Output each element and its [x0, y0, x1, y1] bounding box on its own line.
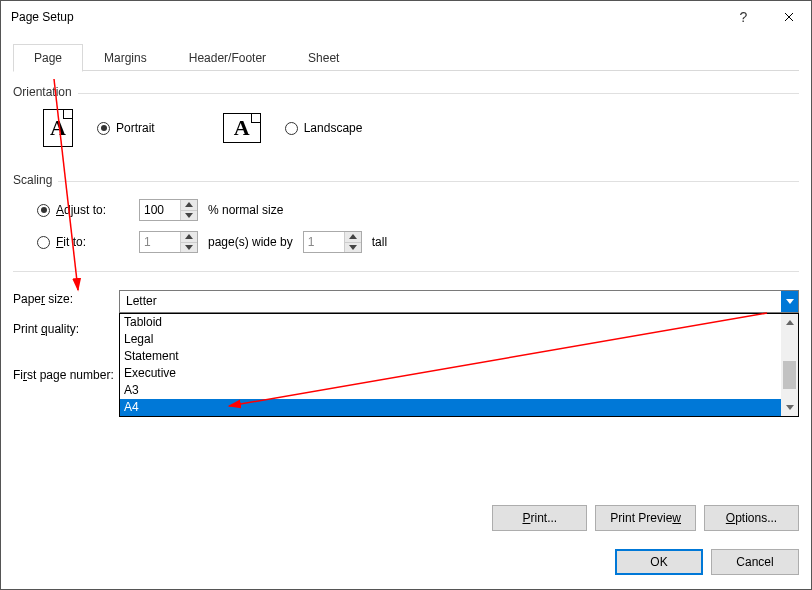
adjust-percent-input[interactable] — [140, 200, 180, 220]
fit-mid-label: page(s) wide by — [208, 235, 293, 249]
dialog-title: Page Setup — [11, 10, 721, 24]
first-page-label: First page number: — [13, 368, 114, 382]
paper-size-combo[interactable]: Letter — [119, 290, 799, 313]
radio-icon — [37, 236, 50, 249]
scroll-down-icon[interactable] — [781, 399, 798, 416]
tab-header-footer[interactable]: Header/Footer — [168, 44, 287, 72]
dropdown-option-selected[interactable]: A4 — [120, 399, 781, 416]
tab-strip: Page Margins Header/Footer Sheet — [13, 43, 799, 71]
portrait-icon: A — [43, 109, 73, 147]
paper-size-value: Letter — [120, 291, 781, 312]
adjust-percent-spinner[interactable] — [139, 199, 198, 221]
fit-to-radio[interactable]: Fit to: — [37, 235, 129, 249]
divider — [58, 181, 799, 182]
tab-margins[interactable]: Margins — [83, 44, 168, 72]
adjust-to-label: Adjust to: — [56, 203, 106, 217]
radio-icon — [97, 122, 110, 135]
ok-button[interactable]: OK — [615, 549, 703, 575]
paper-size-label: Paper size: — [13, 292, 73, 306]
fit-to-label: Fit to: — [56, 235, 86, 249]
tab-page[interactable]: Page — [13, 44, 83, 72]
scroll-thumb[interactable] — [783, 361, 796, 389]
close-button[interactable] — [766, 2, 811, 32]
scroll-up-icon[interactable] — [781, 314, 798, 331]
tab-sheet[interactable]: Sheet — [287, 44, 360, 72]
spin-down-icon[interactable] — [345, 243, 361, 253]
spin-up-icon[interactable] — [181, 200, 197, 211]
dropdown-option[interactable]: A3 — [120, 382, 781, 399]
print-preview-button[interactable]: Print Preview — [595, 505, 696, 531]
divider — [13, 271, 799, 272]
landscape-icon: A — [223, 113, 261, 143]
orientation-group: Orientation — [13, 85, 799, 99]
scaling-label: Scaling — [13, 173, 52, 187]
spin-down-icon[interactable] — [181, 211, 197, 221]
titlebar: Page Setup ? — [1, 1, 811, 33]
scrollbar[interactable] — [781, 314, 798, 416]
adjust-to-radio[interactable]: Adjust to: — [37, 203, 129, 217]
orientation-label: Orientation — [13, 85, 72, 99]
dropdown-option[interactable]: Tabloid — [120, 314, 781, 331]
portrait-radio-label: Portrait — [116, 121, 155, 135]
radio-icon — [37, 204, 50, 217]
chevron-down-icon[interactable] — [781, 291, 798, 312]
divider — [78, 93, 799, 94]
scaling-group: Scaling — [13, 173, 799, 187]
dropdown-option[interactable]: Legal — [120, 331, 781, 348]
spin-up-icon[interactable] — [345, 232, 361, 243]
adjust-suffix: % normal size — [208, 203, 283, 217]
landscape-radio-label: Landscape — [304, 121, 363, 135]
dropdown-option[interactable]: Executive — [120, 365, 781, 382]
dropdown-option[interactable]: Statement — [120, 348, 781, 365]
fit-wide-input[interactable] — [140, 232, 180, 252]
radio-icon — [285, 122, 298, 135]
spin-down-icon[interactable] — [181, 243, 197, 253]
fit-wide-spinner[interactable] — [139, 231, 198, 253]
help-button[interactable]: ? — [721, 2, 766, 32]
print-quality-label: Print quality: — [13, 322, 79, 336]
fit-tall-input[interactable] — [304, 232, 344, 252]
fit-tall-spinner[interactable] — [303, 231, 362, 253]
landscape-radio[interactable]: Landscape — [285, 121, 363, 135]
cancel-button[interactable]: Cancel — [711, 549, 799, 575]
paper-size-dropdown[interactable]: Tabloid Legal Statement Executive A3 A4 — [119, 313, 799, 417]
scroll-track[interactable] — [781, 331, 798, 399]
dialog-content: Page Margins Header/Footer Sheet Orienta… — [13, 43, 799, 579]
spin-up-icon[interactable] — [181, 232, 197, 243]
fit-suffix: tall — [372, 235, 387, 249]
print-button[interactable]: Print... — [492, 505, 587, 531]
portrait-radio[interactable]: Portrait — [97, 121, 155, 135]
options-button[interactable]: Options... — [704, 505, 799, 531]
